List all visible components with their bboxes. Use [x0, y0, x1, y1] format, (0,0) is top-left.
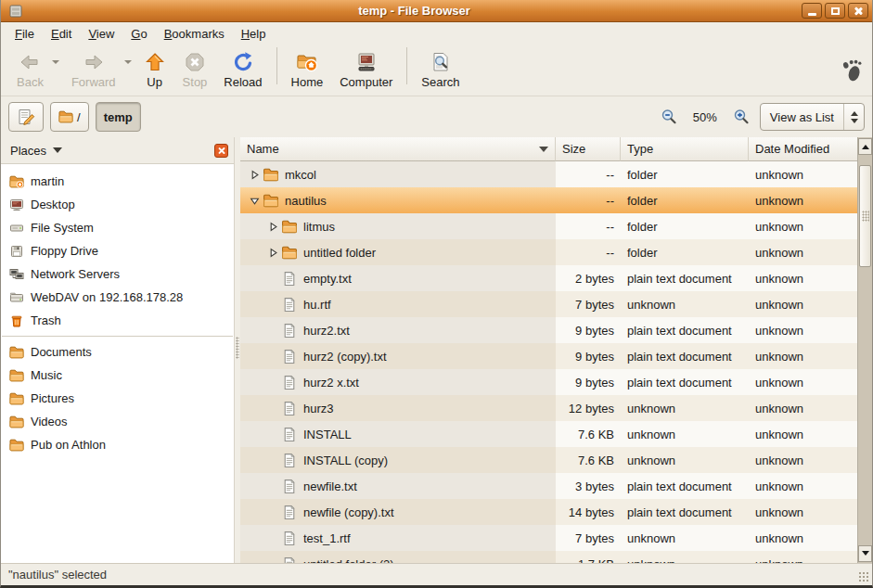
column-label: Size	[562, 142, 585, 156]
sidebar-close-button[interactable]	[214, 144, 228, 158]
file-icon	[281, 323, 298, 339]
size-cell: 7.6 KB	[556, 447, 621, 473]
table-row[interactable]: INSTALL (copy)7.6 KBunknownunknown	[240, 447, 857, 473]
table-row[interactable]: newfile.txt3 bytesplain text documentunk…	[240, 473, 857, 499]
sort-indicator-icon	[539, 147, 548, 157]
computer-button[interactable]: Computer	[331, 47, 401, 93]
column-header-type[interactable]: Type	[621, 137, 749, 161]
table-row[interactable]: litmus--folderunknown	[240, 213, 857, 239]
sidebar-mode-select[interactable]: Places	[6, 144, 46, 158]
edit-location-button[interactable]	[8, 102, 44, 132]
scroll-down-button[interactable]	[858, 545, 872, 562]
table-row[interactable]: hurz2 (copy).txt9 bytesplain text docume…	[240, 343, 857, 369]
up-label: Up	[147, 75, 162, 89]
view-controls: 50% View as List	[660, 103, 865, 131]
zoom-out-button[interactable]	[660, 108, 678, 126]
folder-icon	[263, 193, 279, 209]
expander-collapsed-icon[interactable]	[246, 170, 263, 180]
table-row[interactable]: untitled folder (2)1.7 KBunknownunknown	[240, 551, 857, 563]
sidebar-item-martin[interactable]: martin	[1, 170, 234, 193]
menu-help[interactable]: Help	[233, 24, 275, 44]
sidebar-item-videos[interactable]: Videos	[1, 410, 234, 433]
sidebar-item-trash[interactable]: Trash	[1, 309, 234, 332]
table-row[interactable]: nautilus--folderunknown	[240, 187, 857, 213]
sidebar-item-pictures[interactable]: Pictures	[1, 387, 234, 410]
folder-icon	[9, 345, 24, 360]
grip-dots-icon	[236, 337, 239, 359]
file-icon	[281, 556, 298, 564]
table-row[interactable]: mkcol--folderunknown	[240, 161, 857, 187]
sidebar-item-pub-on-athlon[interactable]: Pub on Athlon	[1, 433, 234, 456]
table-row[interactable]: test_1.rtf7 bytesunknownunknown	[240, 525, 857, 551]
scroll-up-icon	[862, 141, 869, 149]
column-header-name[interactable]: Name	[240, 137, 556, 161]
table-row[interactable]: INSTALL7.6 KBunknownunknown	[240, 421, 857, 447]
path-button-current[interactable]: temp	[96, 102, 141, 132]
sidebar-item-music[interactable]: Music	[1, 364, 234, 387]
menu-bookmarks[interactable]: Bookmarks	[156, 24, 233, 44]
file-icon	[281, 401, 298, 416]
size-cell: --	[556, 161, 621, 187]
menu-file[interactable]: File	[6, 24, 43, 44]
folder-icon	[58, 109, 73, 124]
expander-expanded-icon[interactable]	[246, 196, 263, 206]
scroll-up-button[interactable]	[858, 138, 872, 155]
titlebar[interactable]: temp - File Browser	[1, 0, 872, 22]
path-button-root[interactable]: /	[50, 102, 89, 132]
type-cell: unknown	[621, 525, 749, 551]
sidebar-item-documents[interactable]: Documents	[1, 340, 234, 364]
table-row[interactable]: untitled folder--folderunknown	[240, 239, 857, 265]
minimize-button[interactable]	[802, 3, 822, 19]
sidebar-item-label: Trash	[31, 313, 61, 327]
type-cell: folder	[621, 187, 749, 213]
file-name: mkcol	[285, 168, 316, 182]
up-button[interactable]: Up	[135, 47, 174, 93]
toolbar: BackForwardUpStopReloadHomeComputerSearc…	[1, 45, 872, 96]
size-cell: 7 bytes	[556, 291, 621, 317]
file-icon	[281, 349, 298, 364]
reload-button[interactable]: Reload	[215, 47, 270, 93]
date-cell: unknown	[749, 369, 857, 395]
vertical-scrollbar[interactable]	[857, 137, 872, 563]
name-cell: untitled folder	[240, 239, 556, 265]
file-icon	[281, 427, 298, 442]
sidebar-item-webdav-on-192-168-178-28[interactable]: WebDAV on 192.168.178.28	[1, 286, 234, 309]
maximize-button[interactable]	[825, 3, 845, 19]
table-row[interactable]: hurz312 bytesunknownunknown	[240, 395, 857, 421]
resize-grip[interactable]	[858, 571, 870, 583]
menu-go[interactable]: Go	[122, 24, 155, 44]
drive-icon	[9, 221, 24, 236]
sidebar-item-file-system[interactable]: File System	[1, 216, 234, 239]
main-area: Places martinDesktopFile SystemFloppy Dr…	[1, 137, 872, 563]
home-button[interactable]: Home	[283, 47, 332, 93]
table-row[interactable]: hu.rtf7 bytesunknownunknown	[240, 291, 857, 317]
scrollbar-thumb[interactable]	[859, 165, 871, 267]
zoom-in-button[interactable]	[732, 108, 751, 126]
table-row[interactable]: hurz2.txt9 bytesplain text documentunkno…	[240, 317, 857, 343]
sidebar-item-network-servers[interactable]: Network Servers	[1, 262, 234, 286]
column-header-size[interactable]: Size	[556, 137, 621, 161]
back-history-dropdown-icon[interactable]	[52, 60, 59, 68]
folder-icon	[281, 245, 298, 261]
search-button[interactable]: Search	[413, 47, 468, 93]
expander-collapsed-icon[interactable]	[264, 222, 281, 232]
forward-history-dropdown-icon[interactable]	[124, 60, 132, 68]
close-button[interactable]	[848, 3, 868, 19]
view-mode-select[interactable]: View as List	[760, 103, 865, 131]
table-row[interactable]: hurz2 x.txt9 bytesplain text documentunk…	[240, 369, 857, 395]
table-row[interactable]: empty.txt2 bytesplain text documentunkno…	[240, 265, 857, 291]
type-cell: plain text document	[621, 343, 749, 369]
sidebar-item-floppy-drive[interactable]: Floppy Drive	[1, 239, 234, 262]
folder-icon	[281, 219, 298, 235]
date-cell: unknown	[749, 343, 857, 369]
column-header-date[interactable]: Date Modified	[749, 137, 857, 161]
sidebar-item-desktop[interactable]: Desktop	[1, 193, 234, 216]
file-name: INSTALL (copy)	[303, 454, 388, 467]
view-mode-spinner[interactable]	[843, 104, 864, 130]
table-row[interactable]: newfile (copy).txt14 bytesplain text doc…	[240, 499, 857, 525]
sidebar-item-label: Pub on Athlon	[31, 438, 106, 452]
stop-label: Stop	[183, 75, 208, 89]
menu-edit[interactable]: Edit	[43, 24, 80, 44]
expander-collapsed-icon[interactable]	[264, 248, 281, 258]
menu-view[interactable]: View	[80, 24, 122, 44]
